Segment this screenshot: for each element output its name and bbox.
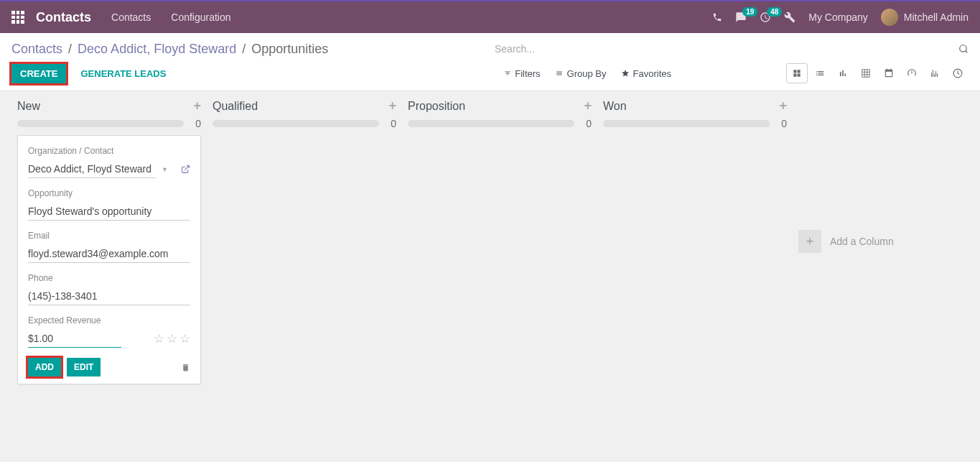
phone-icon[interactable] — [712, 12, 722, 22]
email-input[interactable] — [28, 245, 190, 263]
generate-leads-button[interactable]: GENERATE LEADS — [72, 64, 174, 83]
discuss-icon[interactable]: 19 — [735, 11, 747, 23]
filters-label: Filters — [515, 68, 540, 79]
priority-star-3[interactable]: ☆ — [179, 331, 190, 346]
org-label: Organization / Contact — [28, 146, 190, 156]
app-brand: Contacts — [36, 10, 91, 25]
column-progress — [603, 120, 770, 127]
column-add-icon[interactable]: + — [388, 98, 396, 114]
breadcrumb-current: Opportunities — [251, 42, 328, 56]
discuss-badge: 19 — [742, 7, 757, 17]
create-button[interactable]: CREATE — [11, 64, 66, 83]
column-add-icon[interactable]: + — [584, 98, 592, 114]
settings-icon[interactable] — [784, 11, 795, 23]
kanban-board: New + 0 Organization / Contact ▼ Opportu… — [0, 91, 980, 392]
topbar: Contacts Contacts Configuration 19 48 My… — [0, 0, 980, 33]
svg-rect-1 — [862, 70, 870, 78]
column-title[interactable]: Proposition — [408, 100, 584, 113]
breadcrumb-parent[interactable]: Deco Addict, Floyd Steward — [78, 42, 236, 56]
column-proposition: Proposition + 0 — [402, 98, 597, 384]
activities-badge: 48 — [767, 7, 782, 17]
activities-icon[interactable]: 48 — [760, 11, 771, 23]
priority-star-2[interactable]: ☆ — [167, 331, 177, 346]
user-menu[interactable]: Mitchell Admin — [881, 9, 969, 26]
phone-input[interactable] — [28, 287, 190, 305]
view-chart[interactable] — [832, 63, 854, 83]
apps-icon[interactable] — [11, 11, 24, 24]
breadcrumb: Contacts / Deco Addict, Floyd Steward / … — [11, 42, 328, 57]
search-icon[interactable] — [958, 44, 969, 54]
opportunity-label: Opportunity — [28, 188, 190, 198]
view-kanban[interactable] — [786, 63, 808, 83]
column-title[interactable]: New — [17, 100, 193, 113]
favorites-label: Favorites — [633, 68, 671, 79]
filters-dropdown[interactable]: Filters — [504, 68, 540, 79]
favorites-dropdown[interactable]: Favorites — [621, 68, 671, 79]
svg-line-7 — [185, 166, 189, 170]
svg-point-0 — [960, 45, 966, 52]
column-count: 0 — [195, 118, 201, 129]
header: Contacts / Deco Addict, Floyd Steward / … — [0, 33, 980, 91]
breadcrumb-root[interactable]: Contacts — [11, 42, 62, 56]
trash-icon[interactable] — [181, 363, 190, 372]
dropdown-icon[interactable]: ▼ — [162, 166, 168, 173]
org-input[interactable] — [28, 160, 156, 178]
column-new: New + 0 Organization / Contact ▼ Opportu… — [11, 98, 207, 384]
groupby-label: Group By — [567, 68, 607, 79]
column-add-icon[interactable]: + — [779, 98, 787, 114]
column-progress — [213, 120, 379, 127]
phone-label: Phone — [28, 273, 190, 283]
nav-contacts[interactable]: Contacts — [111, 11, 151, 23]
revenue-input[interactable] — [28, 330, 121, 348]
user-name: Mitchell Admin — [904, 11, 969, 23]
plus-icon: + — [798, 230, 821, 253]
search-box — [495, 40, 969, 57]
groupby-dropdown[interactable]: Group By — [555, 68, 607, 79]
external-link-icon[interactable] — [181, 165, 190, 174]
column-count: 0 — [391, 118, 396, 129]
company-name[interactable]: My Company — [808, 11, 867, 23]
view-calendar[interactable] — [878, 63, 900, 83]
view-activity[interactable] — [947, 63, 969, 83]
view-pivot[interactable] — [855, 63, 877, 83]
column-add-icon[interactable]: + — [193, 98, 201, 114]
add-column[interactable]: + Add a Column — [793, 98, 900, 384]
email-label: Email — [28, 231, 190, 241]
search-input[interactable] — [495, 40, 958, 57]
add-column-label: Add a Column — [830, 236, 894, 247]
column-qualified: Qualified + 0 — [207, 98, 402, 384]
view-dashboard[interactable] — [901, 63, 923, 83]
view-list[interactable] — [809, 63, 831, 83]
column-title[interactable]: Won — [603, 100, 779, 113]
add-button[interactable]: ADD — [28, 358, 61, 376]
column-won: Won + 0 — [597, 98, 793, 384]
column-progress — [408, 120, 574, 127]
nav-configuration[interactable]: Configuration — [171, 11, 230, 23]
priority-star-1[interactable]: ☆ — [154, 331, 164, 346]
quick-create-card: Organization / Contact ▼ Opportunity Ema… — [17, 135, 201, 384]
column-progress — [17, 120, 184, 127]
column-title[interactable]: Qualified — [213, 100, 388, 113]
revenue-label: Expected Revenue — [28, 315, 190, 325]
column-count: 0 — [586, 118, 592, 129]
edit-button[interactable]: EDIT — [67, 358, 101, 376]
column-count: 0 — [781, 118, 787, 129]
opportunity-input[interactable] — [28, 203, 190, 221]
view-cohort[interactable] — [924, 63, 946, 83]
avatar — [881, 9, 898, 26]
